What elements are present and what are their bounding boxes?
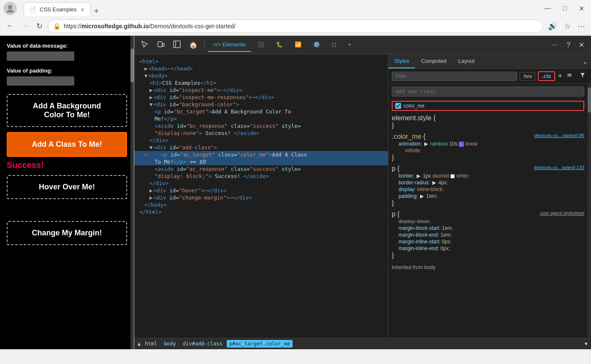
padding-label: Value of padding: — [7, 67, 127, 74]
selected-html-line[interactable]: ⋯ <p id="ac_target" class="color_me">Add… — [134, 151, 388, 158]
tab-layout[interactable]: Layout — [452, 54, 480, 68]
cls-button[interactable]: .cls — [538, 71, 556, 81]
breadcrumb-div-add-class[interactable]: div#add-class — [180, 340, 225, 348]
style-link-p[interactable]: devtools-cs…tarted/:133 — [534, 165, 584, 170]
html-line: </div> — [134, 180, 388, 187]
styles-scrollbar[interactable] — [588, 84, 591, 338]
html-line: <html> — [134, 58, 388, 65]
html-line: Me!</p> — [134, 115, 388, 122]
tab-icon: 📄 — [29, 6, 36, 13]
devtools-toolbar: 🏠 </> Elements ⬛ 🐛 📶 ⚙️ ◻ + ⋯ ? ✕ — [134, 36, 591, 54]
nav-bar: ← → ↻ 🔒 https://microsoftedge.github.io/… — [0, 17, 591, 35]
tab-performance[interactable]: ◻ — [327, 38, 342, 52]
html-line: "display: block;"> Success! </aside> — [134, 173, 388, 180]
padding-input[interactable] — [7, 76, 74, 86]
maximize-button[interactable]: □ — [559, 3, 570, 14]
refresh-button[interactable]: ↻ — [34, 20, 45, 32]
styles-expand-button[interactable]: ⌄ — [579, 56, 591, 67]
toggle-element-state-button[interactable] — [577, 71, 588, 81]
html-line: ▼<div id="background-color"> — [134, 101, 388, 108]
styles-tabs: Styles Computed Layout ⌄ — [388, 54, 591, 69]
rule-closing: } — [392, 122, 584, 129]
hover-text: Hover Over Me! — [39, 183, 95, 191]
rule-selector-line: .color_me { devtools-cs…started/:96 — [392, 133, 584, 140]
inspect-element-button[interactable] — [138, 39, 152, 51]
style-prop-border: border: ▶ 1px dashed white; — [392, 173, 584, 179]
style-prop-animation: animation: ▶ rainbow 10s linear — [392, 140, 584, 147]
address-bar: 🔒 https://microsoftedge.github.io/Demos/… — [48, 19, 543, 33]
new-style-rule-button[interactable] — [565, 71, 575, 81]
background-color-box[interactable]: Add A BackgroundColor To Me! — [7, 94, 127, 127]
add-class-box[interactable]: Add A Class To Me! — [7, 132, 127, 157]
close-button[interactable]: ✕ — [575, 3, 588, 14]
svg-rect-2 — [158, 42, 162, 47]
more-button[interactable]: ⋯ — [575, 20, 588, 32]
style-prop-border-radius: border-radius: ▶ 4px; — [392, 179, 584, 186]
tab-network[interactable]: 🐛 — [271, 38, 288, 52]
read-aloud-button[interactable]: 🔊 — [545, 20, 560, 32]
devtools-panel: 🏠 </> Elements ⬛ 🐛 📶 ⚙️ ◻ + ⋯ ? ✕ <html>… — [134, 36, 591, 349]
rule-closing: } — [392, 252, 584, 259]
html-line: "display:none"> Success! </aside> — [134, 129, 388, 137]
styles-inner: color_me element.style { } .color_me { d… — [388, 84, 588, 338]
address-text[interactable]: https://microsoftedge.github.io/Demos/de… — [64, 23, 537, 30]
html-line: ▶<div id="inspect-me-responses">⋯</div> — [134, 94, 388, 101]
add-style-rule-button[interactable]: + — [558, 72, 562, 81]
sidebar-scrollbar[interactable] — [130, 36, 134, 349]
rule-selector-line-ua: p { user agent stylesheet — [392, 210, 584, 218]
tab-styles[interactable]: Styles — [388, 54, 415, 68]
breadcrumb-p-ac-target[interactable]: p#ac_target.color_me — [227, 340, 293, 348]
styles-panel-wrapper: Styles Computed Layout ⌄ :hov .cls + — [388, 54, 591, 338]
minimize-button[interactable]: — — [541, 3, 554, 14]
nav-tools: 🔊 ☆ ⋯ — [545, 20, 588, 32]
browser-chrome: 📄 CSS Examples × + — □ ✕ ← → ↻ 🔒 https:/… — [0, 0, 591, 36]
tab-wifi[interactable]: 📶 — [290, 38, 306, 52]
devtools-close-button[interactable]: ✕ — [575, 39, 588, 51]
home-button[interactable]: 🏠 — [186, 39, 201, 51]
style-prop-animation-cont: infinite; — [392, 147, 584, 154]
style-rule-p-ua: p { user agent stylesheet display: block… — [388, 209, 588, 261]
class-name-label: color_me — [404, 103, 424, 109]
devtools-more-button[interactable]: ⋯ — [548, 39, 561, 51]
styles-scroll-thumb — [588, 87, 591, 113]
data-message-input[interactable] — [7, 51, 74, 61]
tab-close-button[interactable]: × — [80, 6, 85, 13]
web-page-preview: Value of data-message: Value of padding:… — [0, 36, 134, 349]
device-toolbar-button[interactable] — [154, 39, 168, 51]
animation-color-preview — [459, 142, 464, 147]
sidebar-toggle-button[interactable] — [170, 39, 184, 51]
forward-button[interactable]: → — [19, 20, 31, 32]
breadcrumb-scroll-up[interactable]: ▲ — [138, 341, 141, 347]
class-checkbox[interactable] — [395, 103, 401, 109]
breadcrumb-scroll-down[interactable]: ▼ — [585, 341, 588, 347]
devtools-help-button[interactable]: ? — [563, 40, 574, 51]
tab-elements[interactable]: </> Elements — [208, 38, 251, 52]
selected-html-line-cont: To Me!</p> == $0 — [134, 158, 388, 165]
style-link-color-me[interactable]: devtools-cs…started/:96 — [534, 133, 584, 138]
breadcrumb-html[interactable]: html — [142, 340, 160, 348]
new-tab-button[interactable]: + — [91, 6, 103, 16]
rule-selector-line: p { devtools-cs…tarted/:133 — [392, 165, 584, 173]
tab-console[interactable]: ⬛ — [252, 38, 269, 52]
success-text: Success! — [7, 160, 127, 170]
title-bar: 📄 CSS Examples × + — □ ✕ — [0, 0, 591, 17]
breadcrumb-body[interactable]: body — [161, 340, 179, 348]
tab-add[interactable]: + — [343, 38, 357, 52]
filter-input[interactable] — [392, 72, 517, 81]
window-controls: — □ ✕ — [541, 3, 588, 14]
hover-box[interactable]: Hover Over Me! — [7, 175, 127, 199]
favorites-button[interactable]: ☆ — [561, 20, 573, 32]
tab-computed[interactable]: Computed — [415, 54, 452, 68]
browser-tab[interactable]: 📄 CSS Examples × — [24, 3, 91, 16]
back-button[interactable]: ← — [3, 20, 16, 32]
tab-settings[interactable]: ⚙️ — [308, 38, 325, 52]
style-rule-element: element.style { } — [388, 113, 588, 131]
hov-button[interactable]: :hov — [520, 72, 535, 81]
tab-title: CSS Examples — [40, 6, 76, 13]
rule-selector: element.style { — [392, 114, 584, 122]
profile-icon[interactable] — [3, 2, 17, 15]
svg-rect-4 — [174, 41, 180, 48]
change-margin-box[interactable]: Change My Margin! — [7, 221, 127, 245]
scroll-thumb — [130, 49, 134, 82]
add-class-input[interactable] — [392, 86, 584, 97]
